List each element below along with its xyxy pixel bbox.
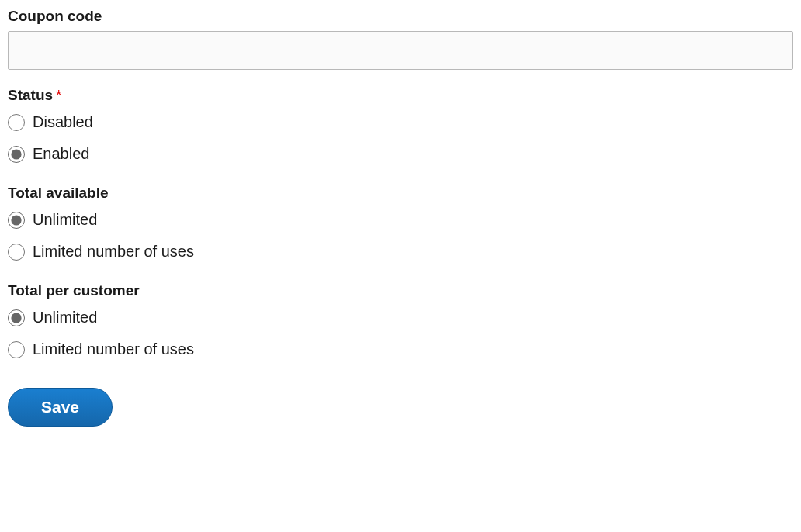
coupon-code-label: Coupon code — [8, 8, 793, 25]
total-per-customer-option-limited: Limited number of uses — [8, 340, 793, 358]
total-available-radio-limited[interactable] — [8, 244, 25, 261]
total-available-label: Total available — [8, 185, 793, 202]
total-per-customer-radio-group: Unlimited Limited number of uses — [8, 309, 793, 358]
total-available-option-limited: Limited number of uses — [8, 243, 793, 261]
total-available-option-unlimited: Unlimited — [8, 211, 793, 229]
total-available-group: Total available Unlimited Limited number… — [8, 185, 793, 261]
total-per-customer-group: Total per customer Unlimited Limited num… — [8, 282, 793, 358]
status-label-text: Status — [8, 87, 53, 103]
total-per-customer-label: Total per customer — [8, 282, 793, 299]
total-available-radio-unlimited[interactable] — [8, 212, 25, 229]
status-radio-enabled[interactable] — [8, 146, 25, 163]
save-button[interactable]: Save — [8, 388, 113, 427]
total-per-customer-label-unlimited[interactable]: Unlimited — [33, 309, 97, 326]
status-option-disabled: Disabled — [8, 113, 793, 131]
total-per-customer-radio-limited[interactable] — [8, 341, 25, 358]
coupon-code-input[interactable] — [8, 31, 793, 70]
status-label-disabled[interactable]: Disabled — [33, 113, 93, 131]
total-available-radio-group: Unlimited Limited number of uses — [8, 211, 793, 261]
coupon-code-group: Coupon code — [8, 8, 793, 70]
total-per-customer-label-limited[interactable]: Limited number of uses — [33, 340, 194, 358]
total-available-label-limited[interactable]: Limited number of uses — [33, 243, 194, 261]
total-per-customer-radio-unlimited[interactable] — [8, 309, 25, 326]
status-option-enabled: Enabled — [8, 145, 793, 163]
status-label: Status* — [8, 87, 793, 104]
status-radio-disabled[interactable] — [8, 114, 25, 131]
total-available-label-unlimited[interactable]: Unlimited — [33, 211, 97, 229]
total-per-customer-option-unlimited: Unlimited — [8, 309, 793, 326]
status-radio-group: Disabled Enabled — [8, 113, 793, 163]
status-group: Status* Disabled Enabled — [8, 87, 793, 163]
required-asterisk: * — [56, 87, 61, 103]
status-label-enabled[interactable]: Enabled — [33, 145, 89, 163]
